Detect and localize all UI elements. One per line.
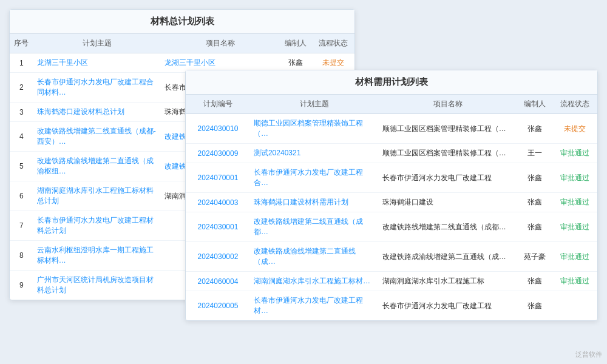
col-topic: 计划主题 — [33, 34, 161, 53]
col-project: 项目名称 — [379, 95, 517, 114]
table-row: 2024040003 珠海鹤港口建设材料需用计划 珠海鹤港口建设 张鑫 审批通过 — [186, 193, 597, 212]
cell-code[interactable]: 2024020005 — [186, 291, 250, 321]
cell-code[interactable]: 2024030002 — [186, 242, 250, 272]
cell-index: 3 — [10, 103, 33, 122]
cell-topic[interactable]: 长春市伊通河水力发电厂改建工程合同材料… — [33, 73, 161, 103]
cell-status: 未提交 — [552, 114, 597, 144]
cell-project: 改建铁路线增建第二线直通线（成都… — [379, 212, 517, 242]
cell-topic[interactable]: 长春市伊通河水力发电厂改建工程合… — [250, 163, 379, 193]
col-index: 序号 — [10, 34, 33, 53]
cell-topic[interactable]: 广州市天河区统计局机房改造项目材料总计划 — [33, 271, 161, 300]
cell-topic[interactable]: 长春市伊通河水力发电厂改建工程材料总计划 — [33, 211, 161, 241]
watermark-text: 泛普软件 — [575, 350, 602, 359]
table-row: 2024030010 顺德工业园区档案管理精装饰工程（… 顺德工业园区档案管理精… — [186, 114, 597, 144]
cell-topic[interactable]: 顺德工业园区档案管理精装饰工程（… — [250, 114, 379, 144]
cell-project: 顺德工业园区档案管理精装修工程（… — [379, 144, 517, 163]
cell-topic[interactable]: 改建铁路线增建第二线直通线（成都… — [250, 212, 379, 242]
table-row: 2024030002 改建铁路成渝线增建第二直通线（成… 改建铁路成渝线增建第二… — [186, 242, 597, 272]
cell-project: 长春市伊通河水力发电厂改建工程 — [379, 163, 517, 193]
cell-code[interactable]: 2024070001 — [186, 163, 250, 193]
table-row: 2024060004 湖南洞庭湖水库引水工程施工标材… 湖南洞庭湖水库引水工程施… — [186, 272, 597, 291]
table-row: 2024070001 长春市伊通河水力发电厂改建工程合… 长春市伊通河水力发电厂… — [186, 163, 597, 193]
cell-topic[interactable]: 长春市伊通河水力发电厂改建工程材… — [250, 291, 379, 321]
need-plan-table: 计划编号 计划主题 项目名称 编制人 流程状态 2024030010 顺德工业园… — [186, 95, 597, 320]
col-code: 计划编号 — [186, 95, 250, 114]
cell-topic[interactable]: 云南水利枢纽澄明水库一期工程施工标材料… — [33, 241, 161, 271]
table-row: 2024030001 改建铁路线增建第二线直通线（成都… 改建铁路线增建第二线直… — [186, 212, 597, 242]
cell-status: 审批通过 — [552, 242, 597, 272]
cell-editor: 张鑫 — [517, 163, 552, 193]
cell-topic[interactable]: 湖南洞庭湖水库引水工程施工标材… — [250, 272, 379, 291]
col-editor: 编制人 — [279, 34, 312, 53]
cell-project: 长春市伊通河水力发电厂改建工程 — [379, 291, 517, 321]
cell-editor: 张鑫 — [517, 114, 552, 144]
cell-status: 审批通过 — [552, 193, 597, 212]
cell-index: 2 — [10, 73, 33, 103]
cell-code[interactable]: 2024060004 — [186, 272, 250, 291]
total-plan-title: 材料总计划列表 — [10, 10, 354, 34]
col-topic: 计划主题 — [250, 95, 379, 114]
cell-index: 9 — [10, 271, 33, 300]
table-row: 2024030009 测试20240321 顺德工业园区档案管理精装修工程（… … — [186, 144, 597, 163]
need-plan-card: 材料需用计划列表 计划编号 计划主题 项目名称 编制人 流程状态 2024030… — [185, 70, 598, 321]
cell-topic[interactable]: 珠海鹤港口建设材料总计划 — [33, 103, 161, 122]
cell-topic[interactable]: 测试20240321 — [250, 144, 379, 163]
cell-status — [552, 291, 597, 321]
cell-project: 改建铁路成渝线增建第二直通线（成… — [379, 242, 517, 272]
col-status: 流程状态 — [312, 34, 354, 53]
col-status: 流程状态 — [552, 95, 597, 114]
cell-index: 8 — [10, 241, 33, 271]
cell-project: 湖南洞庭湖水库引水工程施工标 — [379, 272, 517, 291]
cell-editor: 张鑫 — [517, 291, 552, 321]
table-row: 2024020005 长春市伊通河水力发电厂改建工程材… 长春市伊通河水力发电厂… — [186, 291, 597, 321]
cell-project: 珠海鹤港口建设 — [379, 193, 517, 212]
need-plan-header-row: 计划编号 计划主题 项目名称 编制人 流程状态 — [186, 95, 597, 114]
cell-index: 4 — [10, 122, 33, 152]
cell-status: 审批通过 — [552, 144, 597, 163]
cell-topic[interactable]: 龙湖三千里小区 — [33, 53, 161, 73]
cell-topic[interactable]: 改建铁路成渝线增建第二直通线（成渝枢纽… — [33, 152, 161, 181]
col-editor: 编制人 — [517, 95, 552, 114]
cell-code[interactable]: 2024040003 — [186, 193, 250, 212]
cell-status: 审批通过 — [552, 212, 597, 242]
cell-project: 顺德工业园区档案管理精装修工程（… — [379, 114, 517, 144]
cell-code[interactable]: 2024030010 — [186, 114, 250, 144]
total-plan-header-row: 序号 计划主题 项目名称 编制人 流程状态 — [10, 34, 354, 53]
cell-code[interactable]: 2024030009 — [186, 144, 250, 163]
cell-index: 7 — [10, 211, 33, 241]
cell-topic[interactable]: 湖南洞庭湖水库引水工程施工标材料总计划 — [33, 181, 161, 211]
cell-editor: 苑子豪 — [517, 242, 552, 272]
cell-editor: 张鑫 — [517, 272, 552, 291]
cell-topic[interactable]: 改建铁路线增建第二线直通线（成都-西安）… — [33, 122, 161, 152]
cell-topic[interactable]: 改建铁路成渝线增建第二直通线（成… — [250, 242, 379, 272]
cell-editor: 张鑫 — [517, 193, 552, 212]
cell-code[interactable]: 2024030001 — [186, 212, 250, 242]
cell-status: 审批通过 — [552, 163, 597, 193]
cell-index: 1 — [10, 53, 33, 73]
cell-topic[interactable]: 珠海鹤港口建设材料需用计划 — [250, 193, 379, 212]
cell-editor: 张鑫 — [517, 212, 552, 242]
cell-status: 审批通过 — [552, 272, 597, 291]
col-project: 项目名称 — [161, 34, 279, 53]
cell-editor: 王一 — [517, 144, 552, 163]
need-plan-title: 材料需用计划列表 — [186, 70, 597, 95]
cell-index: 5 — [10, 152, 33, 181]
cell-index: 6 — [10, 181, 33, 211]
